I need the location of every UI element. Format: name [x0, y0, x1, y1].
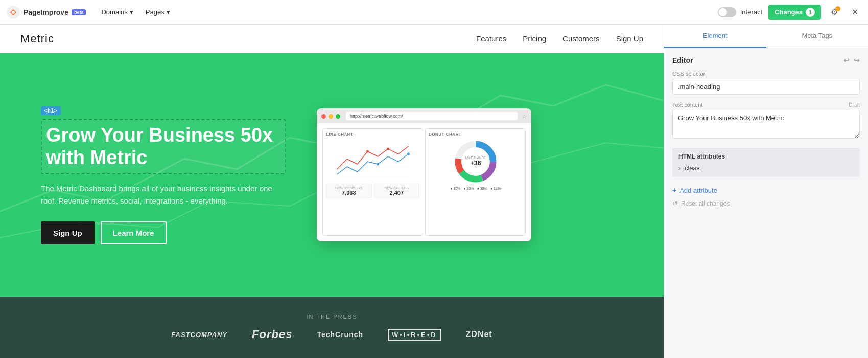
text-content-textarea[interactable]: Grow Your Business 50x with Metric — [672, 110, 860, 139]
browser-dot-red — [321, 114, 326, 119]
donut-chart-panel: DONUT CHART MY BALANCE +36 — [425, 128, 526, 236]
press-logo-zdnet: ZDNet — [466, 330, 492, 339]
domains-label: Domains — [101, 8, 127, 16]
add-attribute-button[interactable]: + Add attribute — [672, 183, 860, 197]
nav-features[interactable]: Features — [476, 34, 506, 43]
browser-dot-green — [336, 114, 340, 119]
hero-heading-box[interactable]: Grow Your Business 50x with Metric — [41, 119, 286, 174]
logo-icon — [6, 5, 20, 19]
stat-members: NEW MEMBERS 7,068 — [326, 184, 372, 198]
panel-tabs: Element Meta Tags — [664, 25, 868, 48]
logo-area: PageImprove beta — [6, 5, 86, 19]
hero-subtext: The Metric Dashboard brings all of your … — [41, 183, 286, 207]
css-selector-label: CSS selector — [672, 71, 860, 77]
html-attrs-title: HTML attributes — [678, 153, 854, 160]
right-panel: Element Meta Tags Editor ↩ ↪ CSS selecto… — [664, 25, 868, 358]
css-selector-input[interactable] — [672, 79, 860, 95]
class-chevron-icon: › — [678, 165, 681, 172]
css-selector-label-text: CSS selector — [672, 71, 705, 77]
line-chart-title: LINE CHART — [326, 132, 419, 137]
line-chart-svg — [326, 139, 419, 180]
changes-count: 1 — [806, 8, 815, 17]
interact-toggle[interactable] — [718, 7, 736, 17]
class-attr-name: class — [685, 164, 700, 172]
editor-section-title: Editor ↩ ↪ — [672, 56, 860, 64]
press-logo-fastcompany: FASTCOMPANY — [171, 331, 227, 339]
pages-menu[interactable]: Pages ▾ — [140, 6, 175, 18]
browser-dot-yellow — [329, 114, 333, 119]
app-name: PageImprove — [24, 8, 68, 16]
close-button[interactable]: ✕ — [848, 5, 862, 19]
press-logo-wired: W•I•R•E•D — [388, 329, 441, 341]
toolbar-nav: Domains ▾ Pages ▾ — [96, 6, 175, 18]
reset-icon: ↺ — [672, 199, 678, 207]
reset-label: Reset all changes — [681, 200, 730, 207]
undo-button[interactable]: ↩ — [843, 56, 850, 64]
site-nav-links: Features Pricing Customers Sign Up — [476, 34, 643, 43]
url-bar: http://metric.webflow.com/ — [346, 112, 518, 120]
hero-heading: Grow Your Business 50x with Metric — [46, 124, 281, 169]
main-area: Metric Features Pricing Customers Sign U… — [0, 25, 868, 358]
svg-point-4 — [377, 163, 379, 166]
browser-bar: http://metric.webflow.com/ ☆ — [317, 109, 531, 123]
hero-content: <h1> Grow Your Business 50x with Metric … — [41, 105, 286, 244]
text-content-label-text: Text content — [672, 102, 702, 108]
svg-point-5 — [407, 153, 410, 155]
reset-all-button[interactable]: ↺ Reset all changes — [672, 197, 860, 209]
interact-area: Interact — [718, 7, 762, 17]
domains-chevron-icon: ▾ — [130, 8, 133, 16]
donut-legend: ● 25% ● 23% ● 30% ● 12% — [450, 187, 501, 190]
notification-wrap: ⚙ — [827, 5, 841, 19]
draft-badge: Draft — [849, 102, 860, 108]
press-logo-forbes: Forbes — [252, 328, 292, 341]
hero-buttons: Sign Up Learn More — [41, 221, 286, 244]
h1-tag-label: <h1> — [41, 106, 61, 115]
stat-members-label: NEW MEMBERS — [329, 186, 369, 190]
panel-body: Editor ↩ ↪ CSS selector Text content Dra… — [664, 48, 868, 358]
stat-members-value: 7,068 — [329, 190, 369, 196]
press-section: IN THE PRESS FASTCOMPANY Forbes TechCrun… — [0, 297, 664, 358]
redo-button[interactable]: ↪ — [854, 56, 860, 64]
url-text: http://metric.webflow.com/ — [350, 114, 403, 119]
svg-text:MY BALANCE: MY BALANCE — [465, 156, 485, 160]
toolbar: PageImprove beta Domains ▾ Pages ▾ Inter… — [0, 0, 868, 25]
svg-point-1 — [12, 11, 15, 14]
editor-title: Editor — [672, 56, 693, 64]
nav-signup[interactable]: Sign Up — [616, 34, 643, 43]
donut-svg: MY BALANCE +36 — [453, 139, 499, 185]
stat-orders: NEW ORDERS 2,407 — [374, 184, 420, 198]
interact-label: Interact — [740, 8, 762, 16]
star-icon: ☆ — [522, 114, 527, 119]
svg-point-3 — [387, 148, 389, 150]
donut-chart-area: MY BALANCE +36 ● 25% ● 23% ● 30% ● 12% — [429, 139, 522, 190]
text-content-label: Text content Draft — [672, 102, 860, 108]
nav-customers[interactable]: Customers — [562, 34, 600, 43]
learn-more-button[interactable]: Learn More — [101, 221, 167, 244]
press-label: IN THE PRESS — [306, 314, 357, 320]
class-attr-row[interactable]: › class — [678, 164, 854, 172]
pages-chevron-icon: ▾ — [167, 8, 170, 16]
website-preview: Metric Features Pricing Customers Sign U… — [0, 25, 664, 358]
site-nav: Metric Features Pricing Customers Sign U… — [0, 25, 664, 53]
site-logo: Metric — [20, 32, 476, 46]
dashboard-stats: NEW MEMBERS 7,068 NEW ORDERS 2,407 — [326, 184, 419, 198]
stat-orders-value: 2,407 — [377, 190, 417, 196]
domains-menu[interactable]: Domains ▾ — [96, 6, 138, 18]
svg-text:+36: +36 — [470, 160, 481, 167]
dashboard-screenshot: http://metric.webflow.com/ ☆ LINE CHART — [317, 108, 531, 241]
svg-point-2 — [366, 150, 369, 153]
press-logos: FASTCOMPANY Forbes TechCrunch W•I•R•E•D … — [171, 328, 492, 341]
html-attributes-section: HTML attributes › class — [672, 148, 860, 177]
tab-meta-tags[interactable]: Meta Tags — [766, 25, 869, 48]
beta-badge: beta — [72, 9, 86, 15]
dashboard-content: LINE CHART — [317, 123, 531, 241]
nav-pricing[interactable]: Pricing — [523, 34, 546, 43]
line-chart-panel: LINE CHART — [322, 128, 423, 236]
signup-button[interactable]: Sign Up — [41, 221, 95, 244]
donut-chart-title: DONUT CHART — [429, 132, 522, 137]
press-logo-techcrunch: TechCrunch — [317, 330, 363, 339]
changes-button[interactable]: Changes 1 — [768, 5, 821, 20]
tab-element[interactable]: Element — [664, 25, 766, 48]
notification-dot — [835, 6, 840, 11]
add-attribute-label: Add attribute — [679, 187, 717, 194]
